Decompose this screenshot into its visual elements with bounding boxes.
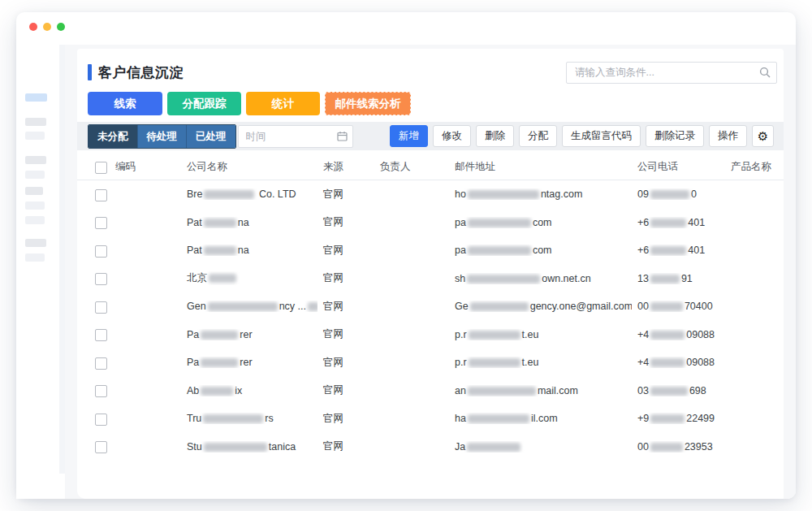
cell-company: Patna [181, 245, 317, 256]
redacted-text [650, 358, 685, 367]
redacted-text [201, 358, 238, 367]
cell-source: 官网 [317, 300, 374, 314]
app-window: 客户信息沉淀 线索分配跟踪统计邮件线索分析 未分配待处理已处理 [16, 12, 796, 499]
sidebar-skeleton-item[interactable] [25, 187, 43, 195]
sidebar-skeleton-item[interactable] [25, 118, 46, 126]
nav-button-线索[interactable]: 线索 [88, 92, 162, 115]
nav-button-分配跟踪[interactable]: 分配跟踪 [167, 92, 241, 115]
row-checkbox[interactable] [95, 245, 107, 258]
sidebar-skeleton-item[interactable] [25, 201, 45, 210]
cell-text: Tru [187, 413, 201, 424]
date-input[interactable] [238, 125, 353, 148]
calendar-icon[interactable] [337, 131, 348, 141]
redacted-text [650, 414, 685, 423]
cell-text: 00 [637, 441, 649, 453]
action-button-删除[interactable]: 删除 [476, 125, 514, 147]
cell-text: pa [455, 245, 466, 256]
cell-text: na [238, 217, 249, 228]
nav-button-统计[interactable]: 统计 [246, 92, 320, 115]
sidebar-skeleton-item[interactable] [25, 156, 46, 164]
search-icon[interactable] [759, 67, 771, 78]
window-controls [29, 23, 65, 31]
cell-text: Ge [455, 301, 469, 312]
row-checkbox[interactable] [95, 329, 107, 341]
zoom-window-button[interactable] [57, 23, 65, 31]
cell-text: Stu [187, 441, 202, 453]
cell-text: 03 [637, 385, 649, 396]
date-filter [238, 125, 353, 148]
cell-text: 00 [637, 301, 649, 312]
sidebar-skeleton-item[interactable] [25, 239, 46, 247]
table-row: Parer官网p.rt.eu+409088 [77, 349, 784, 377]
cell-email: pacom [449, 217, 632, 228]
cell-text: 13 [637, 273, 649, 284]
cell-email: p.rt.eu [449, 329, 632, 340]
cell-phone: +409088 [632, 329, 725, 340]
redacted-text [650, 190, 689, 199]
cell-source: 官网 [317, 383, 374, 397]
gear-icon[interactable]: ⚙ [752, 125, 774, 147]
redacted-text [201, 387, 233, 396]
column-header-产品名称: 产品名称 [725, 160, 784, 174]
main-content: 客户信息沉淀 线索分配跟踪统计邮件线索分析 未分配待处理已处理 [65, 45, 796, 499]
cell-text: p.r [455, 357, 467, 368]
sidebar-skeleton-item[interactable] [25, 171, 45, 179]
redacted-text [650, 387, 688, 396]
row-checkbox[interactable] [95, 385, 107, 397]
row-checkbox[interactable] [95, 441, 107, 453]
cell-text: il.com [531, 413, 558, 424]
row-checkbox[interactable] [95, 357, 107, 370]
cell-phone: +6401 [632, 217, 725, 228]
select-all-checkbox[interactable] [95, 162, 107, 174]
tab-已处理[interactable]: 已处理 [187, 125, 235, 148]
cell-company: Parer [181, 357, 317, 368]
cell-text: 698 [689, 385, 706, 396]
tab-未分配[interactable]: 未分配 [89, 125, 138, 148]
cell-text: Pa [187, 357, 199, 368]
cell-company: Stutanica [181, 441, 317, 453]
cell-phone: 090 [632, 188, 725, 200]
cell-text: 09 [637, 188, 649, 200]
sidebar-skeleton-item[interactable] [25, 132, 45, 140]
row-checkbox[interactable] [95, 273, 107, 285]
action-button-操作[interactable]: 操作 [709, 125, 747, 147]
redacted-text [650, 302, 683, 311]
redacted-text [204, 190, 254, 199]
search-input[interactable] [566, 62, 777, 84]
cell-text: +4 [637, 329, 649, 340]
cell-company: Genncy .... [181, 301, 317, 312]
nav-button-邮件线索分析[interactable]: 邮件线索分析 [325, 92, 411, 115]
action-button-生成留言代码[interactable]: 生成留言代码 [562, 125, 641, 147]
tab-待处理[interactable]: 待处理 [138, 125, 188, 148]
cell-text: 北京 [187, 272, 207, 284]
cell-text: +4 [637, 357, 649, 368]
cell-text: +9 [637, 413, 649, 424]
action-button-修改[interactable]: 修改 [433, 125, 471, 147]
action-button-新增[interactable]: 新增 [390, 125, 428, 147]
row-checkbox[interactable] [95, 301, 107, 314]
redacted-text [467, 275, 540, 284]
redacted-text [208, 302, 278, 311]
row-checkbox[interactable] [95, 189, 107, 201]
table-row: Trurs官网hail.com+922499 [77, 405, 784, 433]
redacted-text [468, 190, 539, 199]
cell-email: Ja [449, 441, 632, 453]
minimize-window-button[interactable] [43, 23, 51, 31]
action-button-分配[interactable]: 分配 [519, 125, 557, 147]
row-checkbox[interactable] [95, 217, 107, 229]
cell-text: 70400 [685, 301, 713, 312]
action-button-删除记录[interactable]: 删除记录 [646, 125, 704, 147]
action-buttons: 新增修改删除分配生成留言代码删除记录操作⚙ [390, 125, 774, 147]
cell-text: Co. LTD [256, 188, 296, 200]
cell-text: Bre [187, 188, 202, 200]
redacted-text [209, 274, 236, 283]
cell-text: 09088 [686, 357, 715, 368]
sidebar-skeleton-item[interactable] [25, 216, 45, 224]
table-row: Parer官网p.rt.eu+409088 [77, 321, 784, 349]
close-window-button[interactable] [29, 23, 37, 31]
sidebar-skeleton-item[interactable] [25, 253, 45, 262]
redacted-text [468, 387, 536, 396]
sidebar-skeleton-item[interactable] [25, 93, 47, 102]
cell-source: 官网 [317, 244, 374, 258]
row-checkbox[interactable] [95, 414, 107, 426]
